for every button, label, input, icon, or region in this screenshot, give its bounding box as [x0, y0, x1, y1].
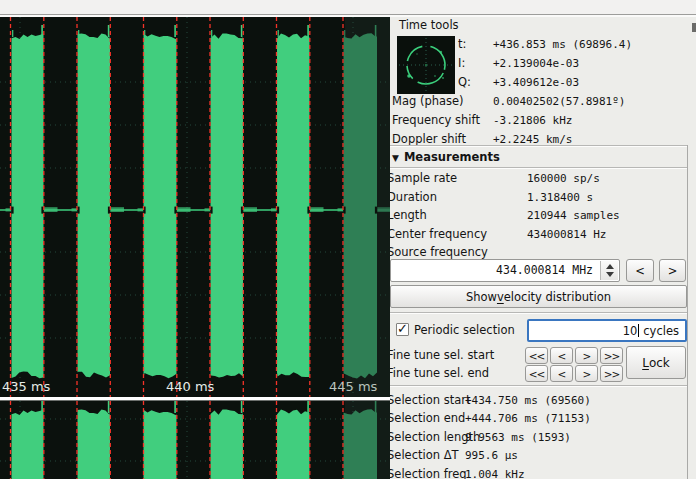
source-frequency-row: Source frequency: [390, 245, 696, 260]
length-value: 210944 samples: [527, 208, 620, 223]
panel-title: Time tools: [399, 18, 459, 32]
selection-delta-t-row: Selection ΔT 995.6 µs: [390, 448, 696, 463]
t-label: t:: [458, 37, 466, 52]
lock-button-accesskey: L: [642, 356, 649, 370]
i-label: I:: [458, 56, 465, 71]
fine-tune-start-fast-back-button[interactable]: <<: [525, 347, 548, 364]
fine-tune-end-back-button[interactable]: <: [550, 365, 573, 382]
fine-tune-end-label: Fine tune sel. end: [390, 366, 489, 380]
selection-freq-row: Selection freq 1.004 kHz: [390, 467, 696, 479]
frequency-shift-label: Frequency shift: [392, 113, 480, 128]
center-frequency-row: Center frequency 434000814 Hz: [390, 227, 696, 242]
selection-length-value: 9.9563 ms (1593): [465, 430, 571, 445]
mag-phase-value: 0.00402502(57.8981º): [493, 94, 625, 109]
show-velocity-distribution-button[interactable]: Show velocity distribution: [390, 285, 687, 308]
q-label: Q:: [458, 75, 471, 90]
measurements-title: Measurements: [404, 150, 500, 164]
selection-delta-t-value: 995.6 µs: [465, 448, 518, 463]
svg-text:435 ms: 435 ms: [2, 379, 51, 394]
lock-button[interactable]: Lock: [626, 346, 686, 379]
cursor-q-row: Q: +3.409612e-03: [390, 75, 696, 90]
selection-start-row: Selection start +434.750 ms (69560): [390, 393, 696, 408]
fine-tune-start-forward-button[interactable]: >: [575, 347, 598, 364]
separator: [390, 145, 688, 146]
cycles-value: 10: [623, 324, 638, 338]
frequency-prev-button[interactable]: <: [626, 259, 654, 282]
selection-end-label: Selection end: [390, 411, 465, 426]
separator: [390, 385, 688, 386]
clipped-widget-fragment: [692, 23, 696, 32]
fine-tune-start-back-button[interactable]: <: [550, 347, 573, 364]
fine-tune-start-buttons: << < > >>: [525, 347, 623, 364]
length-row: Length 210944 samples: [390, 208, 696, 223]
center-frequency-label: Center frequency: [390, 227, 487, 242]
waveform-svg[interactable]: 435 ms440 ms445 ms: [0, 17, 390, 479]
top-toolbar: [0, 0, 696, 15]
sample-rate-row: Sample rate 160000 sp/s: [390, 171, 696, 186]
selection-end-value: +444.706 ms (71153): [465, 411, 591, 426]
cycles-suffix: cycles: [643, 324, 679, 338]
mag-phase-row: Mag (phase) 0.00402502(57.8981º): [390, 94, 696, 109]
selection-start-value: +434.750 ms (69560): [465, 393, 591, 408]
separator: [390, 167, 688, 168]
selection-freq-value: 1.004 kHz: [465, 467, 525, 479]
separator: [390, 312, 688, 313]
spin-up-icon[interactable]: [606, 264, 614, 269]
periodic-selection-checkbox[interactable]: ✓: [396, 323, 409, 336]
frequency-shift-value: -3.21806 kHz: [493, 113, 572, 128]
fine-tune-start-label: Fine tune sel. start: [390, 348, 494, 362]
cycles-input[interactable]: 10cycles: [527, 319, 687, 342]
fine-tune-end-fast-forward-button[interactable]: >>: [600, 365, 623, 382]
fine-tune-end-buttons: << < > >>: [525, 365, 623, 382]
frequency-shift-row: Frequency shift -3.21806 kHz: [390, 113, 696, 128]
frequency-spinbox-value: 434.000814 MHz: [496, 263, 593, 277]
scroll-area-border: [687, 145, 688, 479]
q-value: +3.409612e-03: [493, 75, 579, 90]
velocity-button-text-pre: Show: [466, 290, 497, 304]
sample-rate-value: 160000 sp/s: [527, 171, 600, 186]
velocity-button-text-post: elocity distribution: [504, 290, 611, 304]
spinner-arrows[interactable]: [600, 261, 618, 280]
svg-text:440 ms: 440 ms: [166, 379, 215, 394]
duration-value: 1.318400 s: [527, 190, 593, 205]
lock-button-text: ock: [649, 356, 670, 370]
i-value: +2.139004e-03: [493, 56, 579, 71]
spin-down-icon[interactable]: [606, 272, 614, 277]
selection-length-row: Selection length 9.9563 ms (1593): [390, 430, 696, 445]
fine-tune-start-fast-forward-button[interactable]: >>: [600, 347, 623, 364]
selection-freq-label: Selection freq: [390, 467, 467, 479]
length-label: Length: [390, 208, 427, 223]
time-tools-panel: Time tools t: +436.853 ms (69896.4) I: +…: [390, 17, 696, 479]
cursor-time-row: t: +436.853 ms (69896.4): [390, 37, 696, 52]
checkmark-icon: ✓: [397, 321, 408, 336]
center-frequency-value: 434000814 Hz: [527, 227, 606, 242]
svg-text:445 ms: 445 ms: [329, 379, 378, 394]
waveform-view[interactable]: 435 ms440 ms445 ms: [0, 17, 390, 479]
app-window: 435 ms440 ms445 ms Time tools t: +436.85…: [0, 0, 696, 479]
velocity-button-accesskey: v: [497, 290, 504, 304]
measurements-header[interactable]: ▼Measurements: [392, 149, 500, 165]
duration-row: Duration 1.318400 s: [390, 190, 696, 205]
collapse-triangle-icon: ▼: [392, 153, 399, 163]
periodic-selection-label: Periodic selection: [414, 323, 515, 337]
frequency-next-button[interactable]: >: [659, 259, 686, 282]
selection-delta-t-label: Selection ΔT: [390, 448, 459, 463]
mag-phase-label: Mag (phase): [392, 94, 464, 109]
source-frequency-label: Source frequency: [390, 245, 488, 260]
fine-tune-end-forward-button[interactable]: >: [575, 365, 598, 382]
selection-end-row: Selection end +444.706 ms (71153): [390, 411, 696, 426]
selection-start-label: Selection start: [390, 393, 470, 408]
fine-tune-end-fast-back-button[interactable]: <<: [525, 365, 548, 382]
t-value: +436.853 ms (69896.4): [493, 37, 632, 52]
cursor-i-row: I: +2.139004e-03: [390, 56, 696, 71]
frequency-spinbox[interactable]: 434.000814 MHz: [390, 259, 620, 282]
duration-label: Duration: [390, 190, 437, 205]
text-caret: [638, 324, 639, 337]
sample-rate-label: Sample rate: [390, 171, 457, 186]
